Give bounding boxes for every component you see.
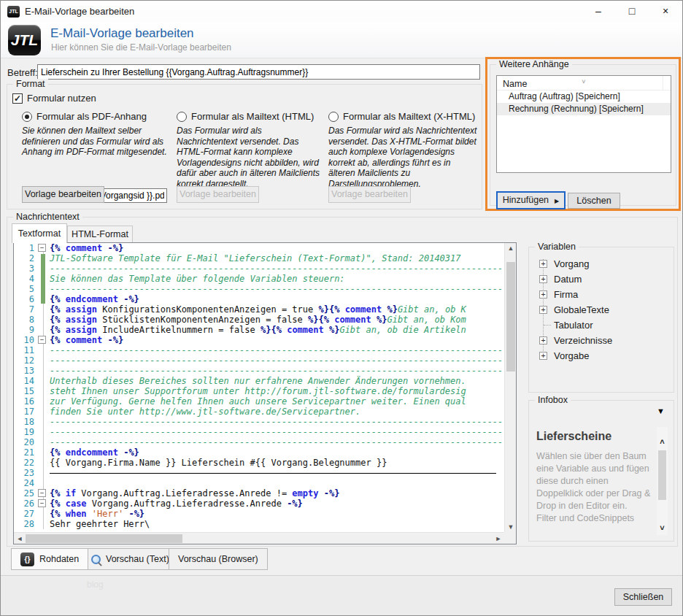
fold-collapse-icon[interactable]: −: [38, 499, 46, 507]
code-token: [60, 243, 65, 253]
attachment-row[interactable]: Auftrag (Auftrag) [Speichern]: [497, 91, 671, 103]
code-line: {% assign IncludeArtikelnummern = false …: [50, 325, 504, 335]
chevron-down-icon: ˅: [582, 75, 585, 90]
code-token: assign: [66, 304, 97, 315]
expand-plus-icon[interactable]: +: [539, 306, 547, 314]
code-editor[interactable]: 1−2345678910−111213141516171819202122232…: [13, 242, 517, 544]
add-button-label: Hinzufügen: [503, 195, 549, 205]
line-number: 17: [14, 407, 34, 417]
tree-item-vorgabe[interactable]: +Vorgabe: [536, 348, 669, 363]
window-title: E-Mail-Vorlage bearbeiten: [25, 1, 134, 23]
fold-collapse-icon[interactable]: −: [38, 336, 46, 344]
code-token: {%: [50, 509, 60, 519]
fold-collapse-icon[interactable]: −: [38, 489, 46, 497]
tab-vorschau-browser[interactable]: Vorschau (Browser): [169, 548, 268, 570]
scroll-left-icon[interactable]: ◄: [15, 533, 24, 544]
editor-gutter: 1−2345678910−111213141516171819202122232…: [14, 243, 48, 532]
edit-template-pdf-button[interactable]: Vorlage bearbeiten: [22, 186, 104, 203]
code-line: JTL-Software Template für E-Mail "Liefer…: [50, 253, 504, 263]
code-token: [60, 509, 65, 519]
jtl-logo: JTL: [8, 25, 41, 55]
code-token: zur Verfügung. Gerne helfen Ihnen auch u…: [50, 396, 466, 407]
line-number: 8: [14, 315, 34, 325]
scroll-up-icon[interactable]: ˄: [657, 437, 668, 447]
dropdown-arrow-icon[interactable]: ▼: [657, 407, 665, 415]
tree-item-vorgang[interactable]: +Vorgang: [536, 256, 669, 272]
radio-label: Formular als Mailtext (HTML): [191, 111, 314, 122]
add-attachment-button[interactable]: Hinzufügen▶: [496, 191, 566, 209]
radio-icon[interactable]: [22, 112, 32, 122]
tree-item-tabulator[interactable]: Tabulator: [536, 317, 669, 333]
tab-label: Vorschau (Text): [106, 554, 169, 564]
line-number: 11: [14, 345, 34, 355]
tab-rohdaten[interactable]: {} Rohdaten: [11, 548, 88, 570]
code-token: %}{%: [261, 325, 282, 335]
radio-mailtext-xhtml[interactable]: Formular als Mailtext (X-HTML): [328, 111, 479, 122]
minimize-button[interactable]: –: [582, 1, 615, 23]
scroll-up-icon[interactable]: ▲: [505, 243, 517, 253]
code-token: [102, 243, 107, 253]
email-template-dialog: JTL E-Mail-Vorlage bearbeiten – □ × JTL …: [0, 0, 683, 616]
code-line: steht Ihnen unser Supportforum unter htt…: [50, 386, 504, 396]
scroll-down-icon[interactable]: ▼: [505, 522, 517, 532]
tree-item-datum[interactable]: +Datum: [536, 272, 669, 287]
close-icon[interactable]: ×: [649, 1, 682, 23]
editor-horizontal-scrollbar[interactable]: ◄ ►: [14, 532, 504, 544]
tab-label: Rohdaten: [39, 554, 79, 564]
code-token: JTL-Software Template für E-Mail "Liefer…: [50, 253, 461, 263]
editor-code-area[interactable]: {% comment -%}JTL-Software Template für …: [50, 243, 504, 532]
code-token: -%}: [324, 488, 340, 498]
attachments-list[interactable]: Name ˅ Auftrag (Auftrag) [Speichern]Rech…: [496, 75, 671, 173]
expand-plus-icon[interactable]: +: [539, 352, 547, 360]
option-mailtext-html: Formular als Mailtext (HTML) Das Formula…: [177, 111, 324, 189]
attachments-group-label: Weitere Anhänge: [496, 59, 572, 69]
expand-plus-icon[interactable]: +: [539, 336, 547, 344]
checkbox-icon[interactable]: ✓: [12, 93, 23, 104]
subject-input[interactable]: [37, 64, 480, 80]
code-token: [60, 304, 65, 315]
maximize-button[interactable]: □: [615, 1, 649, 23]
fold-collapse-icon[interactable]: −: [38, 244, 46, 252]
editor-vertical-scrollbar[interactable]: ▲ ▼: [504, 243, 516, 532]
infobox-scrollbar[interactable]: ˄ ˅: [657, 427, 668, 535]
code-token: IncludeArtikelnummern = false: [97, 325, 261, 335]
code-token: Gibt an, ob die Artikeln: [339, 325, 466, 335]
code-token: -%}: [287, 498, 303, 509]
infobox-scroll-thumb[interactable]: [658, 450, 666, 500]
expand-plus-icon[interactable]: +: [539, 275, 547, 283]
tree-item-firma[interactable]: +Firma: [536, 287, 669, 302]
radio-mailtext-html[interactable]: Formular als Mailtext (HTML): [177, 111, 324, 122]
code-token: {%: [50, 488, 60, 498]
tree-item-label: Vorgang: [554, 258, 589, 269]
radio-icon[interactable]: [177, 112, 187, 122]
infobox-body: Wählen sie über den Baum eine Variable a…: [536, 450, 653, 512]
tab-htmlformat[interactable]: HTML-Format: [67, 226, 133, 243]
scroll-right-icon[interactable]: ►: [494, 533, 503, 544]
tab-label: Vorschau (Browser): [178, 554, 258, 564]
use-form-checkbox[interactable]: ✓ Formular nutzen: [12, 93, 96, 104]
code-token: steht Ihnen unser Supportforum unter htt…: [50, 386, 466, 396]
scroll-down-icon[interactable]: ˅: [657, 523, 668, 534]
line-number: 4: [14, 274, 34, 284]
tree-item-globaletexte[interactable]: +GlobaleTexte: [536, 302, 669, 317]
vertical-scroll-thumb[interactable]: [506, 262, 515, 371]
radio-icon[interactable]: [328, 112, 339, 122]
app-icon: JTL: [7, 6, 20, 18]
code-line: {% when 'Herr' -%}: [50, 509, 504, 519]
tab-textformat[interactable]: Textformat: [12, 223, 67, 243]
tree-item-verzeichnisse[interactable]: +Verzeichnisse: [536, 333, 669, 348]
radio-pdf-attachment[interactable]: Formular als PDF-Anhang: [22, 111, 169, 122]
code-token: KonfigurationsKomponentenAnzeigen = true: [97, 304, 318, 315]
code-line: Unterhalb dieses Bereiches sollten nur e…: [50, 376, 504, 386]
code-token: comment: [334, 315, 371, 325]
horizontal-scroll-thumb[interactable]: [26, 534, 182, 543]
format-group-label: Format: [13, 79, 48, 89]
code-token: comment: [66, 243, 103, 253]
expand-plus-icon[interactable]: +: [539, 290, 547, 299]
attachment-row[interactable]: Rechnung (Rechnung) [Speichern]: [497, 103, 671, 115]
attachments-column-header[interactable]: Name ˅: [497, 76, 671, 91]
tab-vorschau-text[interactable]: Vorschau (Text): [82, 548, 179, 570]
delete-attachment-button[interactable]: Löschen: [568, 193, 620, 209]
close-dialog-button[interactable]: Schließen: [614, 588, 672, 606]
expand-plus-icon[interactable]: +: [539, 260, 547, 268]
